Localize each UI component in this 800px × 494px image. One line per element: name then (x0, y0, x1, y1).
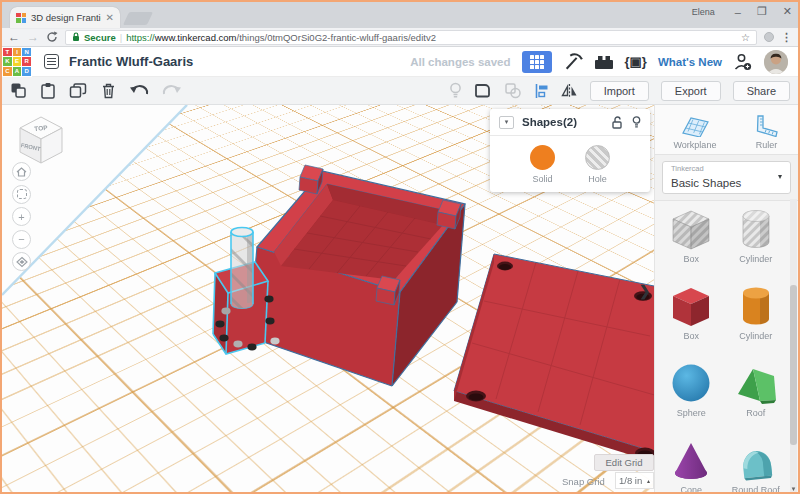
dropdown-caret-icon: ▾ (778, 172, 782, 181)
snap-grid-label: Snap Grid (562, 476, 605, 487)
padlock-icon (72, 32, 80, 42)
view-controls: + − (12, 162, 31, 271)
align-icon[interactable] (534, 83, 549, 99)
edit-grid-button[interactable]: Edit Grid (594, 454, 654, 471)
new-tab-button[interactable] (123, 12, 153, 25)
shape-item-round-roof[interactable]: Round Roof (724, 434, 789, 492)
cylinder-thumb (733, 283, 779, 329)
shape-item-box[interactable]: Box (659, 280, 724, 357)
shape-item-roof[interactable]: Roof (724, 357, 789, 434)
cylinder-hole-thumb (733, 206, 779, 252)
round-roof-thumb (733, 437, 779, 483)
shape-item-cylinder-hole[interactable]: Cylinder (724, 203, 789, 280)
zoom-in-button[interactable]: + (12, 207, 31, 226)
user-avatar[interactable] (764, 50, 788, 74)
show-all-bulb-icon[interactable] (449, 82, 462, 100)
save-status: All changes saved (410, 56, 510, 68)
minecraft-pickaxe-icon[interactable] (563, 52, 583, 71)
tinkercad-logo[interactable]: TINKERCAD (2, 47, 32, 77)
panel-title: Shapes(2) (522, 116, 577, 128)
zoom-out-button[interactable]: − (12, 230, 31, 249)
group-icon[interactable] (474, 82, 492, 99)
copy-icon[interactable] (10, 82, 27, 99)
selection-inspector-panel: ▾ Shapes(2) Solid Hole (490, 109, 650, 192)
design-title[interactable]: Frantic Wluff-Gaaris (69, 54, 193, 69)
tab-close-icon[interactable]: ✕ (106, 12, 114, 23)
paste-icon[interactable] (40, 82, 56, 99)
design-properties-icon[interactable] (44, 54, 59, 69)
app-header: TINKERCAD Frantic Wluff-Gaaris All chang… (2, 47, 798, 77)
back-button[interactable]: ← (8, 31, 20, 43)
secure-badge[interactable]: Secure (84, 32, 116, 43)
window-close-button[interactable]: ✕ (783, 5, 792, 18)
browser-tab-strip: 3D design Frantic Wluff- ✕ Elena – ❐ ✕ (2, 2, 798, 28)
3d-viewport[interactable]: TOP FRONT + − ▾ Shapes(2) (2, 105, 654, 492)
reload-icon[interactable] (46, 31, 58, 43)
whats-new-link[interactable]: What's New (658, 56, 722, 68)
ungroup-icon[interactable] (504, 82, 522, 99)
ruler-icon (753, 114, 779, 137)
favicon-tile (16, 18, 21, 23)
cone-thumb (668, 437, 714, 483)
codeblocks-icon[interactable]: {▣} (625, 54, 647, 69)
shape-item-sphere[interactable]: Sphere (659, 357, 724, 434)
share-button[interactable]: Share (733, 81, 790, 101)
chrome-profile-name[interactable]: Elena (692, 7, 715, 17)
shape-item-cylinder[interactable]: Cylinder (724, 280, 789, 357)
snap-caret-icon: ▴ (647, 477, 650, 484)
browser-menu-icon[interactable]: ⋮ (781, 31, 792, 44)
browser-tab[interactable]: 3D design Frantic Wluff- ✕ (10, 7, 120, 28)
fit-view-button[interactable] (12, 185, 31, 204)
perspective-toggle-button[interactable] (12, 252, 31, 271)
view-cube[interactable]: TOP FRONT (12, 112, 70, 168)
hole-option[interactable]: Hole (585, 145, 610, 184)
solid-swatch[interactable] (530, 145, 555, 170)
shape-library-dropdown[interactable]: Tinkercad Basic Shapes ▾ (662, 161, 791, 194)
edit-toolbar: Import Export Share (2, 77, 798, 105)
invite-person-icon[interactable] (733, 52, 753, 72)
window-maximize-button[interactable]: ❐ (757, 5, 767, 18)
tinkercad-favicon (16, 13, 26, 23)
extension-icon[interactable] (764, 32, 774, 42)
tray-shape[interactable] (249, 165, 465, 386)
scrollbar-down-arrow[interactable]: ▼ (790, 486, 797, 492)
redo-icon[interactable] (162, 83, 182, 98)
panel-expand-chevron[interactable]: ❯ (639, 283, 651, 299)
bookmark-star-icon[interactable]: ☆ (741, 32, 750, 43)
tab-title: 3D design Frantic Wluff- (31, 12, 101, 23)
mirror-icon[interactable] (561, 83, 578, 99)
undo-icon[interactable] (129, 83, 149, 98)
solid-option[interactable]: Solid (530, 145, 555, 184)
shape-item-cone[interactable]: Cone (659, 434, 724, 492)
workplane-icon (680, 114, 710, 137)
unlock-icon[interactable] (612, 116, 623, 129)
shape-item-box-hole[interactable]: Box (659, 203, 724, 280)
panel-collapse-button[interactable]: ▾ (499, 116, 514, 129)
hide-bulb-icon[interactable] (632, 116, 641, 129)
blocks-view-button[interactable] (522, 51, 552, 73)
tinkercad-logo-tile: T (3, 48, 12, 57)
browser-url-bar: ← → Secure | https://www.tinkercad.com/t… (2, 28, 798, 47)
sidebar-scrollbar-thumb[interactable] (790, 285, 797, 445)
export-button[interactable]: Export (661, 81, 721, 101)
home-view-button[interactable] (12, 162, 31, 181)
shape-library-sidebar: Workplane Ruler Tinkercad Basic Shapes ▾ (654, 105, 798, 492)
tinkercad-logo-tile: K (3, 57, 12, 66)
hole-swatch[interactable] (585, 145, 610, 170)
favicon-tile (16, 13, 21, 18)
lego-brick-icon[interactable] (594, 53, 614, 70)
sphere-thumb (668, 360, 714, 406)
roof-thumb (733, 360, 779, 406)
snap-grid-select[interactable]: 1/8 in ▴ (615, 472, 654, 489)
tinkercad-logo-tile: C (3, 67, 12, 76)
ruler-tool[interactable]: Ruler (753, 114, 779, 150)
tinkercad-logo-tile: R (22, 57, 31, 66)
delete-icon[interactable] (101, 82, 116, 99)
import-button[interactable]: Import (590, 81, 649, 101)
workplane-tool[interactable]: Workplane (674, 114, 717, 150)
forward-button[interactable]: → (27, 31, 39, 43)
duplicate-icon[interactable] (69, 82, 88, 99)
window-minimize-button[interactable]: – (735, 6, 741, 18)
address-field[interactable]: Secure | https://www.tinkercad.com/thing… (65, 30, 757, 45)
grid-icon (530, 55, 544, 69)
